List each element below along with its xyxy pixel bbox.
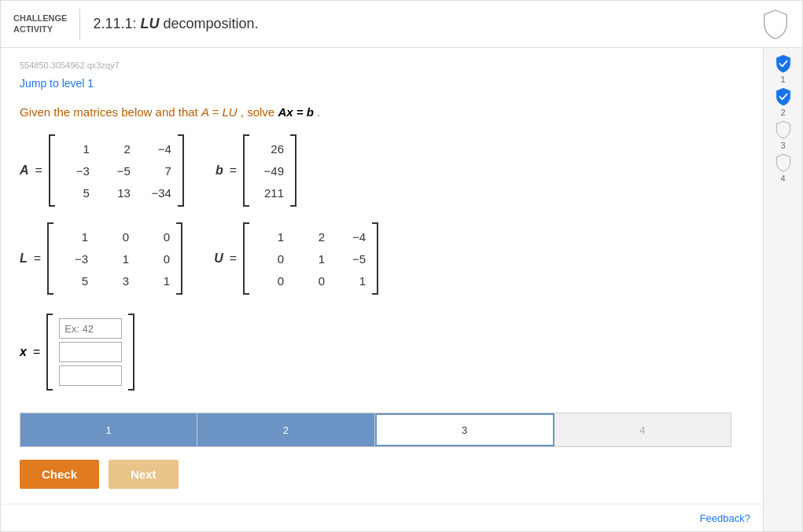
matrix-A-inner: 1 2 −4 −3 −5 7 5 13 −34 — [55, 134, 178, 207]
right-sidebar: 1 2 3 4 — [763, 48, 802, 531]
matrix-A-brackets: 1 2 −4 −3 −5 7 5 13 −34 — [49, 134, 184, 207]
matrix-L-inner: 1 0 0 −3 1 0 5 3 1 — [53, 222, 176, 295]
matrix-U-expr: U = 1 2 −4 0 1 −5 — [214, 222, 378, 295]
x-vector-brackets — [46, 314, 134, 391]
level-badge-1[interactable]: 1 — [770, 54, 797, 84]
bracket-right — [178, 134, 184, 207]
matrix-b-brackets: 26 −49 211 — [243, 134, 297, 207]
progress-segment-3[interactable]: 3 — [375, 413, 554, 446]
x-vector-inputs — [53, 314, 128, 391]
button-row: Check Next — [20, 460, 731, 489]
level-4-num: 4 — [780, 174, 785, 183]
x-input-3[interactable] — [59, 365, 122, 386]
matrix-b-inner: 26 −49 211 — [249, 134, 290, 207]
header-divider — [79, 9, 80, 40]
header: CHALLENGE ACTIVITY 2.11.1: LU decomposit… — [1, 1, 802, 48]
shield-icon-4 — [772, 153, 795, 172]
progress-segment-4[interactable]: 4 — [554, 413, 731, 446]
matrix-row-Ab: A = 1 2 −4 −3 −5 7 — [20, 134, 731, 207]
x-vector-label: x — [20, 345, 27, 359]
header-left: CHALLENGE ACTIVITY 2.11.1: LU decomposit… — [13, 9, 259, 40]
content-area: 554850.3054962.qx3zqy7 Jump to level 1 G… — [1, 48, 802, 531]
matrix-U-label: U — [214, 251, 223, 266]
main-panel: 554850.3054962.qx3zqy7 Jump to level 1 G… — [1, 48, 763, 504]
challenge-activity-label: CHALLENGE ACTIVITY — [13, 13, 67, 34]
level-badge-4[interactable]: 4 — [770, 153, 797, 183]
shield-icon-1 — [772, 54, 795, 73]
feedback-area: Feedback? — [1, 504, 763, 531]
matrix-L-brackets: 1 0 0 −3 1 0 5 3 1 — [47, 222, 182, 295]
x-vector-section: x = — [20, 314, 731, 391]
matrix-row-LU: L = 1 0 0 −3 1 0 — [20, 222, 731, 295]
x-input-2[interactable] — [59, 342, 122, 362]
bracket-left — [49, 134, 55, 207]
matrix-A-label: A — [20, 163, 29, 178]
matrix-b-expr: b = 26 −49 211 — [215, 134, 297, 207]
progress-segment-1[interactable]: 1 — [20, 413, 197, 446]
next-button[interactable]: Next — [109, 460, 179, 489]
feedback-link[interactable]: Feedback? — [700, 512, 750, 524]
matrix-L-label: L — [20, 251, 28, 266]
level-badge-2[interactable]: 2 — [770, 87, 797, 117]
shield-icon-2 — [772, 87, 795, 106]
matrices-section: A = 1 2 −4 −3 −5 7 — [20, 134, 731, 295]
matrix-b-label: b — [215, 163, 223, 178]
level-1-num: 1 — [780, 75, 785, 84]
matrix-U-inner: 1 2 −4 0 1 −5 0 0 1 — [249, 222, 372, 295]
level-2-num: 2 — [780, 108, 785, 117]
matrix-U-brackets: 1 2 −4 0 1 −5 0 0 1 — [243, 222, 378, 295]
x-input-1[interactable] — [59, 318, 122, 339]
matrix-A-expr: A = 1 2 −4 −3 −5 7 — [20, 134, 184, 207]
header-shield-icon — [761, 9, 790, 40]
progress-bar: 1 2 3 4 — [20, 413, 731, 447]
progress-segment-2[interactable]: 2 — [197, 413, 374, 446]
level-badge-3[interactable]: 3 — [770, 120, 797, 150]
header-title: 2.11.1: LU decomposition. — [93, 16, 258, 32]
matrix-L-expr: L = 1 0 0 −3 1 0 — [20, 222, 182, 295]
problem-statement: Given the matrices below and that A = LU… — [20, 105, 731, 119]
check-button[interactable]: Check — [20, 460, 99, 489]
shield-icon-3 — [772, 120, 795, 139]
jump-to-level-link[interactable]: Jump to level 1 — [20, 77, 94, 90]
activity-id: 554850.3054962.qx3zqy7 — [20, 61, 731, 70]
outer-main: 554850.3054962.qx3zqy7 Jump to level 1 G… — [1, 48, 763, 531]
level-3-num: 3 — [780, 141, 785, 150]
